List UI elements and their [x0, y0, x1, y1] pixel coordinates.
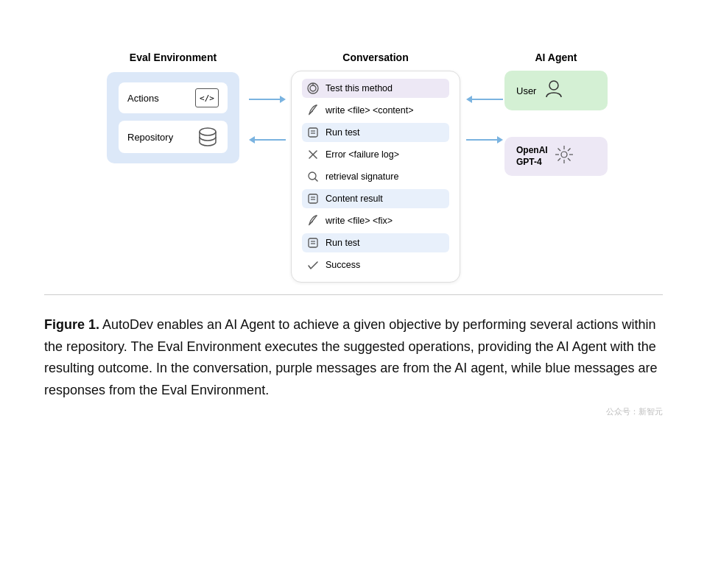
- conv-text-4: Error <failure log>: [326, 149, 399, 160]
- diagram-wrapper: Eval Environment Actions </> Repository: [29, 22, 678, 283]
- conv-item-3: Run test: [302, 123, 449, 142]
- conv-item-4: Error <failure log>: [302, 145, 449, 164]
- svg-point-2: [310, 85, 316, 91]
- caption-text: AutoDev enables an AI Agent to achieve a…: [44, 317, 657, 397]
- feather-icon-1: [306, 104, 320, 117]
- conv-text-3: Run test: [326, 127, 360, 138]
- conv-text-6: Content result: [326, 194, 383, 204]
- search-icon: [306, 170, 320, 183]
- conversation-box: Test this method write <file> <content> …: [291, 71, 460, 283]
- svg-line-10: [315, 179, 318, 182]
- x-icon: [306, 148, 320, 161]
- svg-rect-11: [309, 194, 317, 203]
- conv-item-1: Test this method: [302, 79, 449, 98]
- conv-item-6: Content result: [302, 189, 449, 208]
- repository-item: Repository: [119, 121, 228, 153]
- svg-line-25: [568, 149, 571, 152]
- conv-text-2: write <file> <content>: [326, 105, 414, 116]
- conv-text-5: retrieval signature: [326, 171, 398, 182]
- user-box: User: [504, 71, 608, 110]
- conv-text-7: write <file> <fix>: [326, 216, 393, 226]
- ai-agent-section: AI Agent User OpenAIGPT-4: [504, 52, 608, 176]
- database-icon: [197, 127, 219, 147]
- svg-point-17: [549, 81, 558, 90]
- feather-icon-2: [306, 214, 320, 227]
- target-icon: [306, 82, 320, 95]
- openai-icon: [554, 144, 574, 169]
- eval-environment: Eval Environment Actions </> Repository: [99, 52, 247, 163]
- caption-section: Figure 1. AutoDev enables an AI Agent to…: [44, 294, 663, 417]
- svg-line-24: [568, 158, 571, 161]
- svg-point-18: [561, 152, 567, 157]
- conv-text-8: Run test: [326, 238, 360, 248]
- diagram-area: Eval Environment Actions </> Repository: [29, 22, 678, 283]
- conversation-title: Conversation: [342, 52, 408, 63]
- eval-env-box: Actions </> Repository: [107, 72, 239, 163]
- conversation-section: Conversation Test this method write <fil…: [287, 52, 464, 283]
- left-arrows: [247, 52, 287, 144]
- right-arrows: [464, 52, 504, 144]
- check-icon: [306, 258, 320, 272]
- figure-caption: Figure 1. AutoDev enables an AI Agent to…: [44, 314, 663, 402]
- svg-rect-4: [309, 128, 317, 137]
- arrow-left-bottom: [249, 136, 286, 144]
- actions-item: Actions </>: [119, 82, 228, 113]
- openai-box: OpenAIGPT-4: [504, 137, 608, 176]
- conv-text-1: Test this method: [326, 83, 393, 93]
- openai-label: OpenAIGPT-4: [516, 145, 548, 168]
- conv-item-7: write <file> <fix>: [302, 211, 449, 230]
- conv-item-5: retrieval signature: [302, 167, 449, 186]
- list-icon-1: [306, 126, 320, 139]
- conv-item-2: write <file> <content>: [302, 101, 449, 120]
- user-icon: [544, 78, 564, 103]
- list-icon-3: [306, 236, 320, 249]
- svg-rect-14: [309, 238, 317, 247]
- arrow-left-top: [466, 96, 503, 103]
- svg-line-26: [557, 158, 560, 161]
- svg-line-23: [557, 149, 560, 152]
- conv-text-9: Success: [326, 260, 360, 270]
- repository-label: Repository: [127, 132, 173, 143]
- figure-label: Figure 1.: [44, 317, 99, 332]
- watermark: 公众号：新智元: [44, 406, 663, 417]
- list-icon-2: [306, 192, 320, 205]
- svg-point-0: [200, 128, 216, 135]
- ai-agent-title: AI Agent: [535, 52, 577, 63]
- arrow-right-top: [249, 96, 286, 103]
- conv-item-8: Run test: [302, 233, 449, 252]
- user-label: User: [516, 85, 536, 96]
- code-icon: </>: [195, 88, 219, 107]
- arrow-right-bottom: [466, 136, 503, 144]
- conv-item-9: Success: [302, 255, 449, 274]
- actions-label: Actions: [127, 93, 159, 104]
- eval-env-title: Eval Environment: [130, 52, 217, 63]
